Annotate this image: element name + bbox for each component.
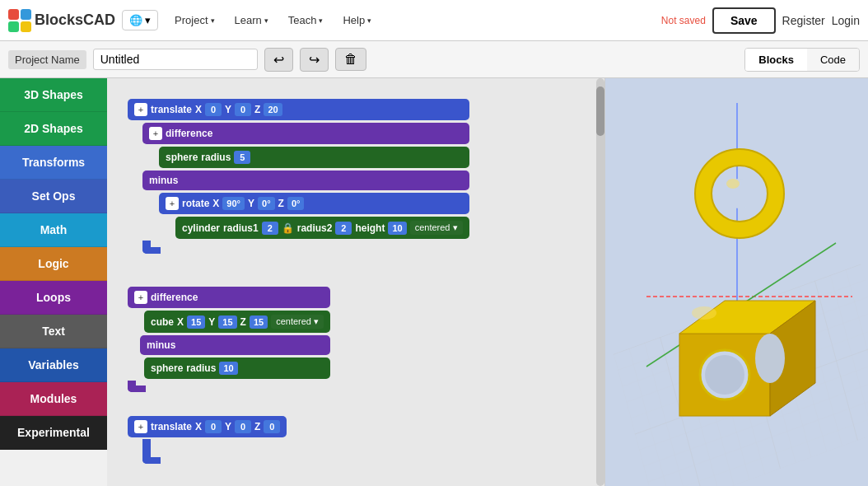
cube-block[interactable]: cube X 15 Y 15 Z 15 centered ▾: [144, 311, 330, 333]
diff-expand-btn[interactable]: +: [149, 127, 162, 140]
svg-point-15: [705, 355, 744, 395]
sidebar: 3D Shapes 2D Shapes Transforms Set Ops M…: [0, 78, 107, 486]
translate-block-2[interactable]: + translate X 0 Y 0 Z 0: [128, 416, 287, 437]
tab-blocks[interactable]: Blocks: [745, 49, 807, 71]
register-button[interactable]: Register: [782, 14, 825, 27]
globe-icon: 🌐: [129, 14, 142, 26]
sidebar-item-math[interactable]: Math: [0, 213, 107, 247]
block-group-1: + translate X 0 Y 0 Z 20 + difference: [128, 99, 469, 254]
workspace-canvas: + translate X 0 Y 0 Z 20 + difference: [119, 91, 604, 486]
globe-button[interactable]: 🌐▾: [122, 10, 158, 30]
block-group-2: + difference cube X 15 Y 15 Z 15 centere…: [128, 287, 330, 392]
cube-wrapper: cube X 15 Y 15 Z 15 centered ▾: [144, 311, 330, 333]
cube-z-val[interactable]: 15: [250, 315, 268, 329]
grid-svg: [605, 78, 868, 486]
logo-sq-red: [8, 9, 19, 20]
navigation: Project▾ Learn▾ Teach▾ Help▾: [165, 9, 381, 31]
logo-sq-green: [8, 21, 19, 32]
cyl-centered-dropdown[interactable]: centered ▾: [410, 221, 463, 235]
difference-block-2[interactable]: + difference: [128, 287, 330, 308]
workspace[interactable]: + translate X 0 Y 0 Z 20 + difference: [107, 78, 604, 486]
redo-button[interactable]: ↪: [300, 48, 329, 72]
logo-icon: [8, 9, 31, 32]
view-tabs: Blocks Code: [744, 48, 860, 72]
sidebar-item-set-ops[interactable]: Set Ops: [0, 180, 107, 213]
lock-icon: 🔒: [282, 222, 294, 234]
nav-learn[interactable]: Learn▾: [225, 9, 278, 31]
rotate-block[interactable]: + rotate X 90° Y 0° Z 0°: [159, 193, 469, 214]
rotate-z-val[interactable]: 0°: [287, 197, 305, 210]
sphere-radius-val-2[interactable]: 10: [219, 362, 237, 375]
diff2-expand-btn[interactable]: +: [134, 291, 147, 304]
cube-x-val[interactable]: 15: [187, 315, 205, 329]
sidebar-item-text[interactable]: Text: [0, 315, 107, 348]
cyl-h-val[interactable]: 10: [388, 222, 406, 235]
translate2-z-val[interactable]: 0: [264, 420, 280, 433]
main-layout: 3D Shapes 2D Shapes Transforms Set Ops M…: [0, 78, 868, 486]
project-name-input[interactable]: [93, 49, 258, 70]
diff2-c-close: [128, 381, 146, 392]
cyl-r2-val[interactable]: 2: [335, 222, 352, 235]
rotate-wrapper: + rotate X 90° Y 0° Z 0°: [159, 193, 469, 239]
sidebar-item-logic[interactable]: Logic: [0, 247, 107, 281]
cube-centered-dropdown[interactable]: centered ▾: [271, 315, 324, 329]
sphere-wrapper-2: sphere radius 10: [144, 357, 330, 379]
translate-x-val[interactable]: 0: [205, 103, 222, 116]
translate-c-close: [142, 241, 161, 254]
header: BlocksCAD 🌐▾ Project▾ Learn▾ Teach▾ Help…: [0, 0, 868, 41]
translate-expand-btn[interactable]: +: [134, 103, 147, 116]
sidebar-item-modules[interactable]: Modules: [0, 382, 107, 416]
sidebar-item-3d-shapes[interactable]: 3D Shapes: [0, 78, 107, 112]
nav-teach[interactable]: Teach▾: [278, 9, 334, 31]
translate2-expand-btn[interactable]: +: [134, 420, 147, 433]
scrollbar-track[interactable]: [596, 78, 604, 486]
svg-point-16: [755, 334, 785, 383]
undo-button[interactable]: ↩: [264, 48, 293, 72]
sidebar-item-experimental[interactable]: Experimental: [0, 416, 107, 450]
sphere-radius-val-1[interactable]: 5: [234, 151, 250, 164]
nav-project[interactable]: Project▾: [165, 9, 224, 31]
translate2-c-partial: [142, 439, 161, 464]
login-button[interactable]: Login: [832, 14, 860, 27]
rotate-x-val[interactable]: 90°: [222, 197, 245, 210]
toolbar: Project Name ↩ ↪ 🗑 Blocks Code: [0, 41, 868, 78]
block-group-3: + translate X 0 Y 0 Z 0: [128, 416, 287, 464]
translate-block-1[interactable]: + translate X 0 Y 0 Z 20: [128, 99, 469, 120]
3d-view: [604, 78, 868, 486]
header-right: Not saved Save Register Login: [661, 7, 860, 34]
save-button[interactable]: Save: [712, 7, 776, 34]
sphere-block-1[interactable]: sphere radius 5: [159, 147, 469, 168]
save-status: Not saved: [661, 15, 706, 26]
minus-wrapper-1: minus + rotate X 90° Y 0° Z: [142, 171, 469, 239]
svg-point-9: [726, 179, 740, 189]
difference-block-1[interactable]: + difference: [142, 123, 469, 144]
sidebar-item-2d-shapes[interactable]: 2D Shapes: [0, 112, 107, 146]
sidebar-item-variables[interactable]: Variables: [0, 348, 107, 382]
translate2-x-val[interactable]: 0: [205, 420, 222, 433]
logo-sq-yellow: [21, 21, 31, 32]
svg-point-17: [692, 306, 716, 320]
logo: BlocksCAD: [8, 9, 115, 32]
sidebar-item-transforms[interactable]: Transforms: [0, 146, 107, 180]
sphere-wrapper-1: sphere radius 5: [159, 147, 469, 168]
cyl-r1-val[interactable]: 2: [262, 222, 278, 235]
scrollbar-thumb[interactable]: [596, 86, 604, 136]
translate-z-val[interactable]: 20: [264, 103, 282, 116]
sidebar-item-loops[interactable]: Loops: [0, 281, 107, 315]
minus-block-1[interactable]: minus: [142, 171, 469, 190]
3d-scene: [605, 78, 868, 486]
nav-help[interactable]: Help▾: [333, 9, 381, 31]
cylinder-wrapper: cylinder radius1 2 🔒 radius2 2 height 10…: [175, 217, 469, 239]
rotate-y-val[interactable]: 0°: [258, 197, 275, 210]
minus-block-2[interactable]: minus: [140, 335, 330, 355]
rotate-expand-btn[interactable]: +: [166, 197, 179, 210]
translate-y-val[interactable]: 0: [235, 103, 251, 116]
sphere-block-2[interactable]: sphere radius 10: [144, 357, 330, 379]
minus-wrapper-2: minus sphere radius 10: [128, 335, 330, 379]
tab-code[interactable]: Code: [807, 49, 859, 71]
cube-y-val[interactable]: 15: [218, 315, 236, 329]
delete-button[interactable]: 🗑: [335, 48, 366, 71]
logo-sq-blue: [21, 9, 31, 20]
cylinder-block[interactable]: cylinder radius1 2 🔒 radius2 2 height 10…: [175, 217, 469, 239]
translate2-y-val[interactable]: 0: [235, 420, 251, 433]
